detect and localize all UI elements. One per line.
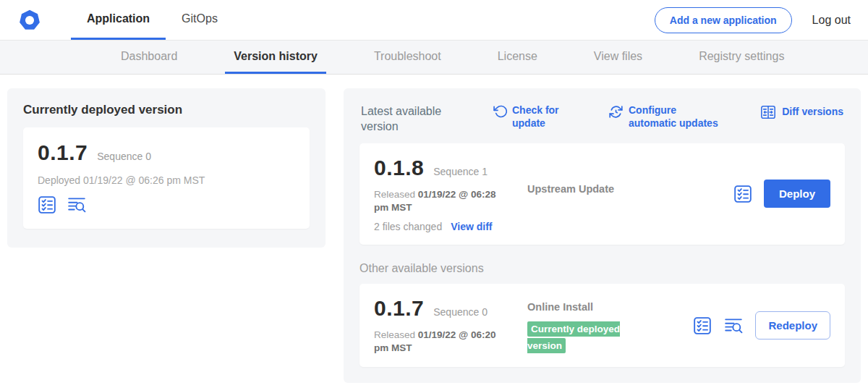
deployed-sequence-label: Sequence 0 bbox=[97, 151, 151, 162]
currently-deployed-panel: Currently deployed version 0.1.7 Sequenc… bbox=[7, 88, 326, 248]
subnav-item-dashboard[interactable]: Dashboard bbox=[112, 41, 186, 74]
subnav-registry-settings-label: Registry settings bbox=[699, 50, 784, 63]
released-prefix: Released bbox=[374, 189, 415, 200]
redeploy-button[interactable]: Redeploy bbox=[755, 311, 830, 340]
release-notes-checklist-icon[interactable] bbox=[693, 316, 712, 335]
deployed-version-number: 0.1.7 bbox=[38, 140, 88, 165]
subnav-item-version-history[interactable]: Version history bbox=[225, 41, 326, 74]
release-notes-checklist-icon[interactable] bbox=[733, 185, 752, 203]
subnav-item-registry-settings[interactable]: Registry settings bbox=[690, 41, 793, 74]
tab-application[interactable]: Application bbox=[71, 0, 166, 40]
other-sequence-label: Sequence 0 bbox=[433, 306, 488, 318]
deploy-button[interactable]: Deploy bbox=[764, 180, 830, 208]
other-available-versions-title: Other available versions bbox=[359, 262, 845, 275]
currently-deployed-title: Currently deployed version bbox=[23, 103, 310, 117]
diff-versions-link[interactable]: Diff versions bbox=[760, 104, 843, 120]
other-source-label: Online Install bbox=[527, 301, 593, 313]
view-logs-icon[interactable] bbox=[67, 195, 87, 214]
subnav-view-files-label: View files bbox=[594, 50, 642, 63]
add-new-application-button[interactable]: Add a new application bbox=[655, 7, 792, 33]
released-prefix: Released bbox=[374, 329, 415, 340]
latest-available-panel: Latest available version Check for updat… bbox=[344, 88, 861, 383]
release-notes-checklist-icon[interactable] bbox=[38, 195, 56, 214]
subnav-version-history-label: Version history bbox=[234, 50, 318, 63]
other-version-number: 0.1.7 bbox=[374, 296, 424, 321]
latest-available-title: Latest available version bbox=[361, 104, 469, 135]
view-logs-icon[interactable] bbox=[723, 316, 744, 335]
deployed-timestamp: Deployed 01/19/22 @ 06:26 pm MST bbox=[38, 174, 295, 186]
currently-deployed-badge: Currently deployed version bbox=[527, 321, 620, 353]
files-changed-label: 2 files changed bbox=[374, 221, 442, 232]
refresh-icon bbox=[493, 104, 507, 119]
app-logo[interactable] bbox=[17, 0, 42, 40]
latest-version-number: 0.1.8 bbox=[374, 156, 424, 180]
configure-automatic-updates-link[interactable]: Configure automatic updates bbox=[608, 104, 721, 130]
other-version-card: 0.1.7 Sequence 0 Released 01/19/22 @ 06:… bbox=[359, 284, 845, 367]
deployed-version-card: 0.1.7 Sequence 0 Deployed 01/19/22 @ 06:… bbox=[23, 127, 310, 229]
diff-versions-label: Diff versions bbox=[782, 106, 843, 119]
latest-sequence-label: Sequence 1 bbox=[433, 166, 488, 177]
tab-gitops[interactable]: GitOps bbox=[166, 0, 234, 40]
subnav-item-troubleshoot[interactable]: Troubleshoot bbox=[365, 41, 450, 74]
view-diff-link[interactable]: View diff bbox=[451, 221, 492, 232]
latest-version-card: 0.1.8 Sequence 1 Released 01/19/22 @ 06:… bbox=[359, 143, 845, 245]
tab-gitops-label: GitOps bbox=[182, 12, 218, 25]
check-for-update-label: Check for update bbox=[512, 104, 564, 130]
subnav-item-view-files[interactable]: View files bbox=[585, 41, 651, 74]
auto-update-clock-icon bbox=[608, 104, 624, 119]
logout-link[interactable]: Log out bbox=[812, 14, 851, 27]
kots-logo-icon bbox=[17, 8, 42, 33]
tab-application-label: Application bbox=[87, 12, 150, 25]
subnav-troubleshoot-label: Troubleshoot bbox=[374, 50, 441, 63]
latest-released-timestamp: Released 01/19/22 @ 06:28 pm MST bbox=[374, 188, 504, 214]
configure-automatic-updates-label: Configure automatic updates bbox=[629, 104, 721, 130]
app-sub-navigation: Dashboard Version history Troubleshoot L… bbox=[0, 41, 868, 75]
top-tabs: Application GitOps bbox=[71, 0, 234, 40]
subnav-item-license[interactable]: License bbox=[489, 41, 546, 74]
subnav-dashboard-label: Dashboard bbox=[121, 50, 177, 63]
top-navigation: Application GitOps Add a new application… bbox=[0, 0, 868, 41]
main-content: Currently deployed version 0.1.7 Sequenc… bbox=[0, 75, 868, 383]
latest-source-label: Upstream Update bbox=[527, 183, 614, 195]
other-released-timestamp: Released 01/19/22 @ 06:20 pm MST bbox=[374, 329, 504, 355]
diff-versions-icon bbox=[760, 104, 777, 120]
check-for-update-link[interactable]: Check for update bbox=[493, 104, 578, 130]
subnav-license-label: License bbox=[498, 50, 537, 63]
